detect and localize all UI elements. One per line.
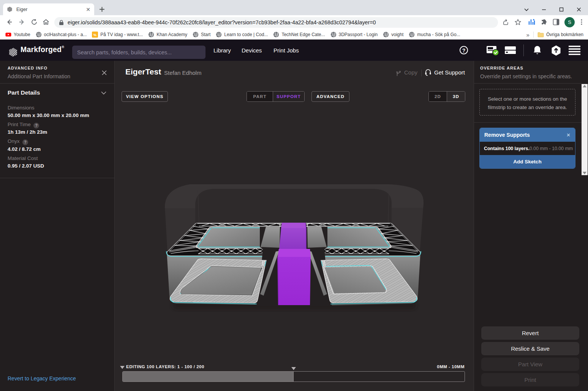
svg-text:%: % [93, 33, 96, 37]
